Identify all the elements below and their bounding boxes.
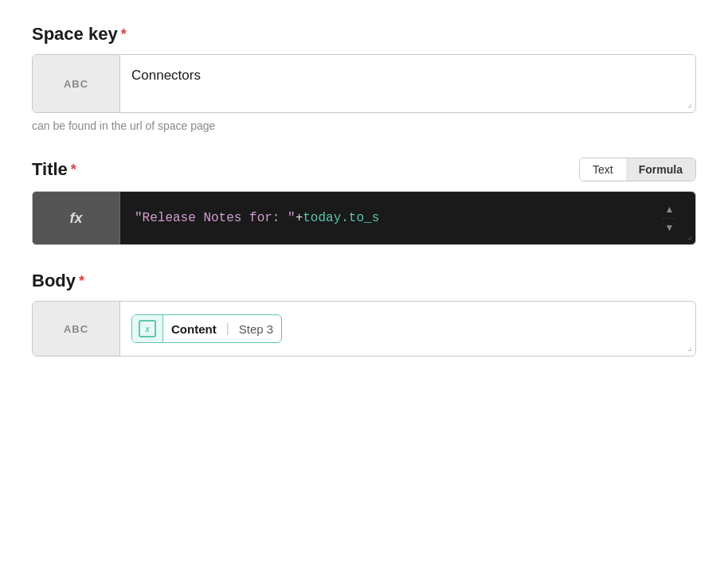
formula-op: +	[296, 209, 303, 227]
space-key-hint: can be found in the url of space page	[32, 119, 696, 132]
title-section: Title * Text Formula fx "Release Notes f…	[32, 158, 696, 245]
body-label-text: Body	[32, 271, 76, 291]
body-label: Body *	[32, 271, 696, 291]
space-key-input[interactable]: Connectors	[120, 55, 684, 112]
formula-arrow-down: ▼	[665, 222, 675, 233]
resize-handle-body: ⌟	[684, 338, 695, 356]
title-formula-prefix: fx	[33, 192, 120, 244]
content-icon-inner: x	[139, 320, 156, 337]
formula-stepper[interactable]: ▲ ···· ▼	[655, 192, 684, 244]
content-pill-icon: x	[132, 315, 163, 342]
body-input-box: ABC x Content | Step 3 ⌟	[32, 301, 696, 357]
body-prefix: ABC	[33, 302, 120, 356]
content-pill-label: Content	[163, 318, 225, 341]
formula-var: today.to_s	[303, 209, 379, 227]
space-key-label-text: Space key	[32, 24, 118, 45]
formula-dots: ····	[663, 215, 676, 222]
content-pill-step: Step 3	[231, 318, 281, 341]
title-label: Title *	[32, 159, 76, 180]
title-toggle-group: Text Formula	[579, 158, 696, 181]
content-pill-separator: |	[225, 322, 231, 336]
resize-handle-formula: ⌟	[684, 227, 695, 244]
space-key-label: Space key *	[32, 24, 696, 45]
formula-string: "Release Notes for: "	[135, 209, 296, 227]
space-key-section: Space key * ABC Connectors ⌟ can be foun…	[32, 24, 696, 132]
title-required: *	[71, 162, 76, 178]
body-content-pill[interactable]: x Content | Step 3	[131, 314, 282, 343]
body-content-area[interactable]: x Content | Step 3	[120, 302, 684, 356]
title-formula-content[interactable]: "Release Notes for: " + today.to_s	[120, 192, 655, 244]
resize-handle-space-key: ⌟	[684, 95, 695, 112]
space-key-required: *	[121, 26, 127, 43]
title-toggle-text[interactable]: Text	[580, 158, 626, 181]
title-label-text: Title	[32, 159, 68, 180]
content-icon-letter: x	[145, 325, 150, 333]
space-key-prefix: ABC	[33, 55, 120, 112]
formula-arrow-up: ▲	[665, 204, 675, 215]
title-formula-box: fx "Release Notes for: " + today.to_s ▲ …	[32, 191, 696, 245]
title-toggle-formula[interactable]: Formula	[626, 158, 695, 181]
space-key-input-box: ABC Connectors ⌟	[32, 54, 696, 113]
body-section: Body * ABC x Content | Step 3 ⌟	[32, 271, 696, 357]
title-row: Title * Text Formula	[32, 158, 696, 181]
body-required: *	[79, 273, 84, 290]
